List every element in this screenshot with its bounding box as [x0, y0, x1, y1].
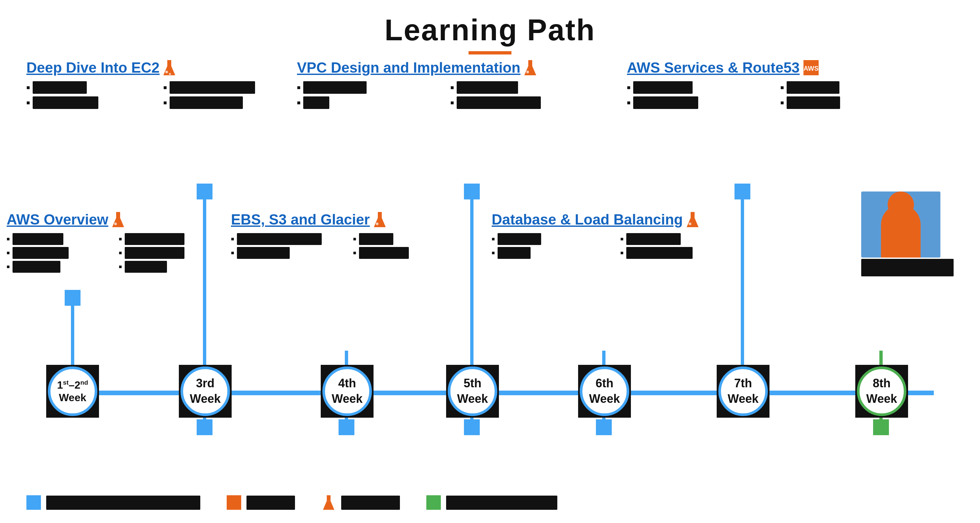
svg-rect-10	[464, 183, 480, 199]
module-title-route53: AWS Services & Route53 AWS	[627, 59, 924, 76]
svg-rect-34	[690, 212, 695, 218]
legend-aws-label: AWS Labs	[341, 496, 400, 510]
flask-icon-vpc	[524, 60, 536, 75]
legend-live-label: Live Instructor-led Sessions	[46, 496, 200, 510]
module-title-vpc: VPC Design and Implementation	[297, 59, 594, 76]
svg-rect-23	[528, 60, 532, 66]
module-title-ec2: Deep Dive Into EC2	[26, 59, 290, 76]
week-label-8: 8thWeek	[866, 376, 897, 407]
week-node-5: 5thWeek	[443, 362, 502, 421]
module-bullets-vpc: ■Amazon VPC ■Route Tables ■AWS ■Internet…	[297, 81, 594, 109]
legend-self-label: Self-paced Learning	[446, 496, 557, 510]
svg-rect-19	[167, 60, 171, 66]
module-bullets-db: ■SimpleDB ■Auto Scaling ■Scaling ■Load B…	[492, 233, 743, 259]
svg-marker-38	[323, 501, 334, 510]
module-aws-route53: AWS Services & Route53 AWS ■Auto Scaling…	[627, 59, 924, 109]
week-label-1-2: 1st–2ndWeek	[57, 379, 88, 404]
legend-blue-square	[26, 495, 41, 510]
svg-marker-29	[112, 218, 124, 227]
week-label-5: 5thWeek	[457, 376, 488, 407]
flask-icon-route53: AWS	[803, 60, 819, 75]
svg-rect-6	[197, 419, 213, 435]
module-title-ebs: EBS, S3 and Glacier	[231, 211, 469, 228]
week-node-4: 4thWeek	[317, 362, 377, 421]
svg-marker-24	[524, 66, 536, 75]
module-aws-overview: AWS Overview ■Introduction ■AWS Console …	[6, 211, 224, 273]
svg-rect-8	[339, 419, 355, 435]
svg-rect-14	[596, 419, 612, 435]
legend-project-label: Projects	[247, 496, 295, 510]
week-node-3: 3rd Week	[175, 362, 235, 421]
module-bullets-route53: ■Auto Scaling ■CloudFront ■Auto recovery…	[627, 81, 924, 109]
svg-rect-12	[464, 419, 480, 435]
svg-rect-18	[873, 419, 889, 435]
svg-rect-2	[65, 290, 81, 306]
week8-thumbnail: AWS Architect	[861, 191, 954, 276]
week-label-3: 3rd Week	[183, 376, 228, 407]
svg-text:AWS: AWS	[804, 65, 819, 72]
week-label-6: 6thWeek	[589, 376, 620, 407]
module-title-db: Database & Load Balancing	[492, 211, 743, 228]
svg-point-36	[689, 223, 691, 225]
svg-point-22	[169, 73, 171, 75]
svg-rect-37	[327, 495, 330, 501]
svg-marker-32	[374, 218, 386, 227]
module-title-overview: AWS Overview	[6, 211, 224, 228]
flask-icon-db	[687, 212, 698, 227]
legend-flask-icon	[321, 495, 336, 510]
week-label-4: 4thWeek	[332, 376, 362, 407]
module-bullets-overview: ■Introduction ■AWS Console ■AWS regions …	[6, 233, 224, 273]
module-deep-dive-ec2: Deep Dive Into EC2 ■Topics EC2 ■AMI and …	[26, 59, 290, 109]
flask-icon-overview	[112, 212, 124, 227]
page-title: Learning Path	[0, 13, 980, 47]
svg-rect-31	[378, 212, 382, 218]
week-node-6: 6thWeek	[575, 362, 634, 421]
svg-rect-28	[116, 212, 120, 218]
svg-rect-4	[197, 183, 213, 199]
week8-label: AWS Architect	[861, 259, 954, 276]
svg-point-21	[165, 71, 168, 73]
flask-icon-ebs	[374, 212, 386, 227]
legend-orange-square	[227, 495, 241, 510]
legend-self: Self-paced Learning	[426, 495, 557, 510]
week-label-7: 7thWeek	[727, 376, 758, 407]
legend-live: Live Instructor-led Sessions	[26, 495, 200, 510]
flask-icon-ec2	[163, 60, 175, 75]
title-section: Learning Path	[0, 13, 980, 54]
module-database-lb: Database & Load Balancing ■SimpleDB ■Aut…	[492, 211, 743, 259]
week-node-1-2: 1st–2ndWeek	[43, 362, 102, 421]
module-bullets-ebs: ■Amazon S3 buckets ■Policies ■Permission…	[231, 233, 469, 259]
module-vpc-design: VPC Design and Implementation ■Amazon VP…	[297, 59, 594, 109]
week-node-7: 7thWeek	[713, 362, 773, 421]
thumbnail-image	[861, 191, 940, 258]
svg-point-30	[114, 223, 117, 225]
svg-point-25	[526, 71, 529, 73]
svg-marker-35	[687, 218, 698, 227]
module-ebs-s3: EBS, S3 and Glacier ■Amazon S3 buckets ■…	[231, 211, 469, 259]
svg-point-33	[376, 223, 379, 225]
legend-project: Projects	[227, 495, 295, 510]
svg-rect-16	[735, 183, 750, 199]
week-node-8: 8thWeek	[852, 362, 912, 421]
module-bullets-ec2: ■Topics EC2 ■AMI and instances ■Block St…	[26, 81, 290, 109]
legend-green-square	[426, 495, 441, 510]
legend: Live Instructor-led Sessions Projects AW…	[26, 495, 954, 510]
legend-aws: AWS Labs	[321, 495, 400, 510]
title-underline	[469, 51, 511, 54]
page-container: Learning Path Deep Dive Into EC2 ■Topics…	[0, 0, 980, 523]
